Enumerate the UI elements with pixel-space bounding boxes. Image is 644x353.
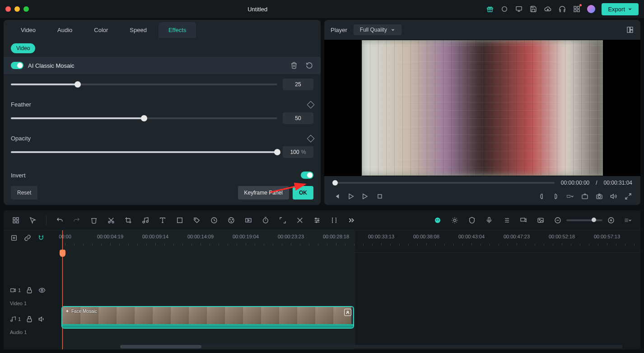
more-tools-icon[interactable] [347,216,355,224]
size-value[interactable]: 25 [283,79,313,90]
zoom-out-icon[interactable] [554,216,562,224]
ai-icon[interactable] [434,216,442,224]
mark-out-icon[interactable] [552,192,560,200]
arrange-icon[interactable] [12,216,20,224]
crop-icon[interactable] [124,216,132,224]
link-track-icon[interactable] [519,216,527,224]
lock-icon[interactable] [25,286,33,294]
audio-track-icon: 1 [10,316,21,322]
next-frame-icon[interactable] [361,192,369,200]
opacity-row: Opacity [11,135,313,142]
reset-button[interactable]: Reset [11,186,37,200]
tab-speed[interactable]: Speed [120,22,157,38]
shield-icon[interactable] [468,216,476,224]
reset-icon[interactable] [305,61,313,70]
layout-icon[interactable] [626,26,634,34]
record-icon[interactable] [500,5,509,13]
cloud-icon[interactable] [544,5,552,13]
music-icon[interactable] [141,216,149,224]
transition-icon[interactable] [296,216,304,224]
opacity-slider[interactable] [11,151,277,153]
history-icon[interactable] [210,216,218,224]
bracket-icon[interactable] [330,216,338,224]
add-track-icon[interactable] [10,234,18,242]
magnet-icon[interactable] [37,234,45,242]
snapshot-icon[interactable] [581,192,589,200]
tab-color[interactable]: Color [84,22,118,38]
tab-video[interactable]: Video [11,22,46,38]
save-icon[interactable] [529,5,537,13]
adjust-icon[interactable] [313,216,321,224]
svg-rect-11 [630,30,633,33]
timeline-tracks[interactable]: 00:0000:00:04:1900:00:09:1400:00:14:0900… [61,230,640,349]
opacity-value[interactable]: 100 % [283,146,313,158]
video-preview[interactable] [324,40,640,176]
headphones-icon[interactable] [558,5,566,13]
camera-icon[interactable] [595,192,603,200]
keyframe-panel-button[interactable]: Keyframe Panel [238,186,289,200]
svg-marker-20 [611,194,613,198]
quality-select[interactable]: Full Quality [354,24,401,35]
lock-icon[interactable] [25,315,33,323]
tag-icon[interactable] [193,216,201,224]
seek-slider[interactable] [332,182,555,184]
color-palette-icon[interactable] [227,216,235,224]
svg-line-22 [625,197,628,199]
invert-toggle[interactable] [301,172,313,179]
avatar[interactable] [587,5,595,13]
image-icon[interactable] [537,216,545,224]
size-slider[interactable] [11,84,277,85]
timeline-scrollbar[interactable] [120,345,622,348]
feather-keyframe-icon[interactable] [307,101,315,108]
text-icon[interactable] [159,216,167,224]
volume-icon[interactable] [610,192,618,200]
feather-slider[interactable] [11,117,277,119]
delete-icon[interactable] [90,216,98,224]
time-ruler[interactable]: 00:0000:00:04:1900:00:09:1400:00:14:0900… [61,230,640,253]
speed-tool-icon[interactable] [244,216,252,224]
undo-icon[interactable] [56,216,64,224]
list-icon[interactable] [502,216,510,224]
gift-icon[interactable] [486,5,494,13]
video-clip[interactable]: Face Mosaic [61,306,354,329]
feather-value[interactable]: 50 [283,112,313,124]
eye-icon[interactable] [38,286,46,294]
trash-icon[interactable] [290,61,298,70]
fullscreen-icon[interactable] [624,192,632,200]
video-pill[interactable]: Video [11,43,35,53]
opacity-keyframe-icon[interactable] [307,135,315,142]
playhead[interactable] [62,230,63,349]
track-options-icon[interactable] [624,216,632,224]
export-button[interactable]: Export [602,3,639,15]
stop-icon[interactable] [376,192,384,200]
close-window-icon[interactable] [5,6,11,12]
maximize-window-icon[interactable] [23,6,29,12]
ruler-stamp: 00:00:28:18 [323,234,349,239]
play-icon[interactable] [347,192,355,200]
desktop-icon[interactable] [515,5,523,13]
cut-icon[interactable] [107,216,115,224]
aspect-icon[interactable] [566,192,574,200]
redo-icon[interactable] [73,216,81,224]
mark-in-icon[interactable] [537,192,546,200]
zoom-in-icon[interactable] [607,216,615,224]
speaker-icon[interactable] [38,315,46,323]
zoom-slider[interactable] [566,219,602,221]
tab-audio[interactable]: Audio [47,22,82,38]
minimize-window-icon[interactable] [14,6,20,12]
effect-enable-toggle[interactable] [11,62,23,69]
tab-effects[interactable]: Effects [159,22,196,38]
prev-frame-icon[interactable] [332,192,341,200]
timer-icon[interactable] [261,216,270,224]
select-icon[interactable] [29,216,37,224]
sun-icon[interactable] [451,216,459,224]
document-title: Untitled [29,6,486,13]
svg-rect-24 [16,218,19,220]
expand-icon[interactable] [279,216,287,224]
ruler-stamp: 00:00:38:08 [413,234,439,239]
frame-icon[interactable] [176,216,184,224]
ok-button[interactable]: OK [293,186,313,200]
mic-icon[interactable] [485,216,493,224]
apps-icon[interactable] [573,5,581,13]
link-clips-icon[interactable] [23,234,32,242]
